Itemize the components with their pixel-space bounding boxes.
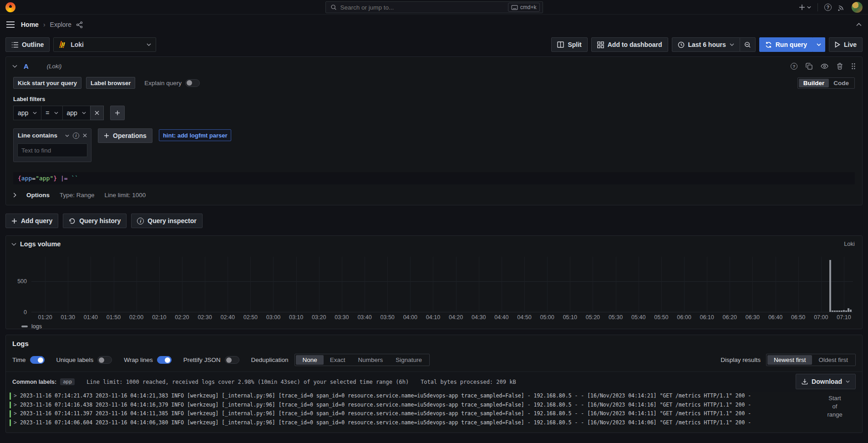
- dedup-option-signature[interactable]: Signature: [389, 355, 428, 365]
- breadcrumb-row: Home › Explore: [0, 15, 868, 35]
- live-button[interactable]: Live: [829, 37, 863, 52]
- grafana-logo[interactable]: [5, 2, 15, 12]
- logs-meta-row: Common labels: app Line limit: 1000 reac…: [6, 372, 862, 392]
- deduplication-label: Deduplication: [251, 356, 289, 363]
- volume-bar: [836, 311, 838, 312]
- toggle-label: Unique labels: [56, 356, 94, 363]
- menu-icon[interactable]: [6, 21, 15, 28]
- log-level-indicator: [10, 402, 11, 409]
- filter-value-select[interactable]: app: [62, 106, 91, 120]
- remove-operation-icon[interactable]: [83, 133, 87, 137]
- logfmt-hint-link[interactable]: hint: add logfmt parser: [159, 129, 232, 141]
- explain-query-toggle[interactable]: [185, 79, 200, 87]
- label-browser-button[interactable]: Label browser: [86, 77, 135, 89]
- kick-start-button[interactable]: Kick start your query: [13, 77, 81, 89]
- chevron-up-icon[interactable]: [856, 23, 862, 26]
- query-history-button[interactable]: Query history: [63, 214, 127, 228]
- x-gridline: [524, 257, 525, 312]
- run-query-dropdown[interactable]: [813, 37, 825, 52]
- filter-operator-select[interactable]: =: [41, 106, 62, 120]
- log-line-text: 2023-11-16 07:14:21.473 2023-11-16 04:14…: [20, 392, 751, 401]
- download-button[interactable]: Download: [796, 374, 856, 389]
- builder-mode-option[interactable]: Builder: [799, 79, 829, 87]
- dedup-option-none[interactable]: None: [296, 355, 323, 365]
- news-rss-icon[interactable]: [838, 4, 845, 11]
- breadcrumb-home[interactable]: Home: [21, 21, 39, 28]
- zoom-out-time-button[interactable]: [740, 37, 756, 52]
- x-tick-label: 03:10: [289, 314, 303, 321]
- user-avatar[interactable]: [852, 2, 863, 13]
- log-expand-icon[interactable]: >: [14, 409, 17, 418]
- outline-button[interactable]: Outline: [5, 37, 50, 52]
- log-toggle-wrap-lines: Wrap lines: [124, 356, 172, 364]
- x-tick-label: 03:00: [266, 314, 280, 321]
- chart-legend[interactable]: logs: [21, 323, 42, 330]
- filter-label-select[interactable]: app: [13, 106, 41, 120]
- collapse-chevron-icon[interactable]: [12, 65, 17, 68]
- hide-response-eye-icon[interactable]: [821, 63, 828, 69]
- x-gridline: [456, 257, 457, 312]
- x-gridline: [730, 257, 730, 312]
- x-axis-labels: 01:2001:3001:4001:5002:0002:1002:2002:30…: [31, 314, 853, 321]
- log-expand-icon[interactable]: >: [14, 418, 17, 428]
- run-query-button[interactable]: Run query: [759, 37, 813, 52]
- operation-name: Line contains: [18, 132, 57, 139]
- x-gridline: [387, 257, 388, 312]
- volume-bar: [845, 311, 847, 312]
- add-query-button[interactable]: Add query: [5, 214, 58, 228]
- start-of-range-line: Start: [820, 394, 849, 402]
- logs-volume-chart[interactable]: 0500: [31, 257, 853, 312]
- add-new-icon[interactable]: [799, 4, 811, 10]
- log-row[interactable]: >2023-11-16 07:14:11.397 2023-11-16 04:1…: [6, 409, 862, 418]
- share-icon[interactable]: [76, 21, 83, 28]
- duplicate-query-icon[interactable]: [806, 63, 812, 70]
- toggle-switch[interactable]: [157, 356, 172, 364]
- x-tick-label: 02:10: [152, 314, 166, 321]
- log-expand-icon[interactable]: >: [14, 401, 17, 410]
- query-help-icon[interactable]: ?: [791, 63, 797, 70]
- search-input[interactable]: [340, 4, 504, 11]
- toggle-switch[interactable]: [225, 356, 239, 364]
- datasource-picker[interactable]: Loki: [53, 37, 156, 52]
- line-limit-meta: Line limit: 1000 reached, received logs …: [86, 379, 409, 385]
- x-tick-label: 03:50: [381, 314, 395, 321]
- order-option-newest-first[interactable]: Newest first: [767, 355, 812, 365]
- x-gridline: [798, 257, 799, 312]
- x-tick-label: 02:50: [244, 314, 258, 321]
- code-mode-option[interactable]: Code: [829, 79, 853, 87]
- dedup-option-exact[interactable]: Exact: [324, 355, 352, 365]
- add-to-dashboard-button[interactable]: Add to dashboard: [591, 37, 668, 52]
- dedup-option-numbers[interactable]: Numbers: [351, 355, 389, 365]
- x-tick-label: 01:50: [107, 314, 121, 321]
- x-gridline: [570, 257, 570, 312]
- log-row[interactable]: >2023-11-16 07:14:21.473 2023-11-16 04:1…: [6, 392, 862, 401]
- operation-info-icon[interactable]: i: [73, 132, 79, 139]
- log-row[interactable]: >2023-11-16 07:14:16.438 2023-11-16 04:1…: [6, 401, 862, 410]
- divider: [817, 3, 818, 11]
- options-expand-chevron-icon[interactable]: [13, 193, 16, 198]
- remove-filter-button[interactable]: [90, 106, 104, 120]
- options-title[interactable]: Options: [26, 192, 50, 199]
- toggle-switch[interactable]: [97, 356, 112, 364]
- x-tick-label: 02:40: [221, 314, 235, 321]
- global-search[interactable]: cmd+k: [325, 1, 543, 13]
- query-row-header[interactable]: A (Loki) ?: [6, 57, 862, 75]
- split-button[interactable]: Split: [551, 37, 587, 52]
- delete-query-icon[interactable]: [837, 63, 843, 70]
- order-option-oldest-first[interactable]: Oldest first: [812, 355, 854, 365]
- query-ref-id: A: [24, 62, 29, 70]
- add-filter-button[interactable]: [110, 106, 125, 120]
- add-operations-button[interactable]: Operations: [98, 128, 152, 143]
- query-inspector-button[interactable]: i Query inspector: [131, 214, 202, 228]
- volume-bar: [829, 260, 831, 312]
- time-range-picker[interactable]: Last 6 hours: [672, 37, 740, 52]
- toggle-switch[interactable]: [30, 356, 45, 364]
- log-row[interactable]: >2023-11-16 07:14:06.604 2023-11-16 04:1…: [6, 418, 862, 428]
- x-tick-label: 06:10: [700, 314, 714, 321]
- help-icon[interactable]: ?: [824, 4, 832, 11]
- chevron-down-icon[interactable]: [65, 134, 69, 137]
- drag-handle-icon[interactable]: [851, 63, 856, 70]
- log-expand-icon[interactable]: >: [14, 392, 17, 401]
- collapse-chevron-icon[interactable]: [11, 243, 16, 246]
- text-to-find-input[interactable]: [17, 143, 87, 157]
